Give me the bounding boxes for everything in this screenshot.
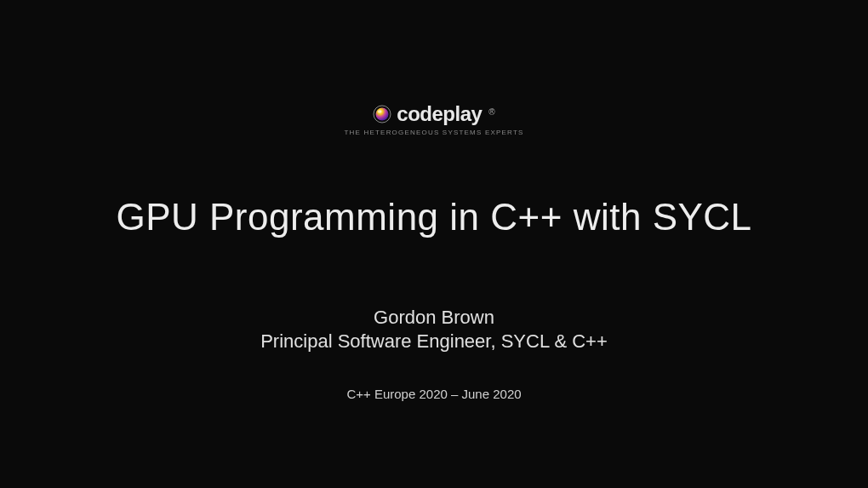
registered-mark: ® [488,107,494,117]
event-info: C++ Europe 2020 – June 2020 [346,387,521,401]
logo-tagline: THE HETEROGENEOUS SYSTEMS EXPERTS [344,129,523,136]
logo-text: codeplay [397,102,482,126]
svg-point-2 [378,110,382,113]
slide-title: GPU Programming in C++ with SYCL [116,196,751,238]
codeplay-sphere-icon [373,105,391,123]
logo-block: codeplay ® THE HETEROGENEOUS SYSTEMS EXP… [344,102,523,136]
author-role: Principal Software Engineer, SYCL & C++ [260,330,608,353]
logo-row: codeplay ® [373,102,494,126]
author-name: Gordon Brown [260,307,608,329]
svg-point-1 [376,108,389,121]
author-block: Gordon Brown Principal Software Engineer… [260,307,608,353]
